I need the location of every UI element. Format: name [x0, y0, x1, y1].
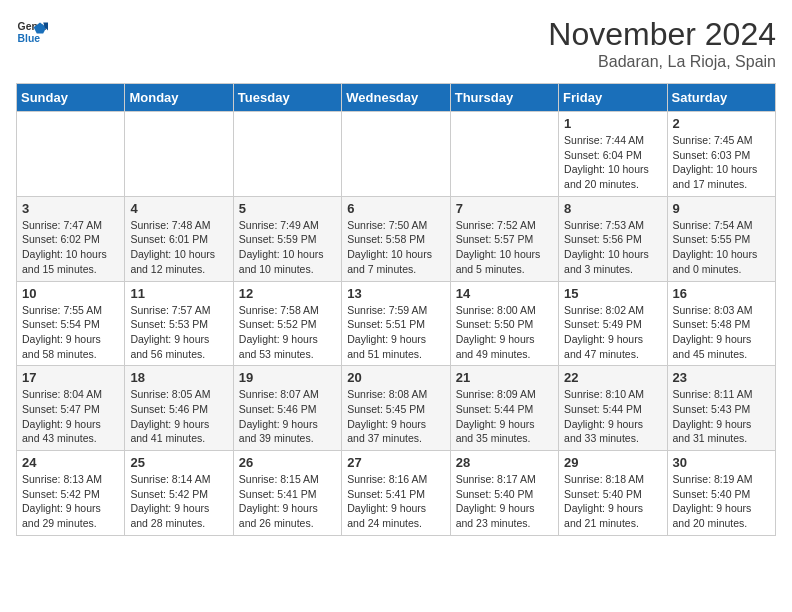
calendar-cell — [342, 112, 450, 197]
calendar-cell: 3Sunrise: 7:47 AM Sunset: 6:02 PM Daylig… — [17, 196, 125, 281]
day-number: 15 — [564, 286, 661, 301]
calendar-cell: 20Sunrise: 8:08 AM Sunset: 5:45 PM Dayli… — [342, 366, 450, 451]
day-info: Sunrise: 7:58 AM Sunset: 5:52 PM Dayligh… — [239, 303, 336, 362]
day-info: Sunrise: 8:00 AM Sunset: 5:50 PM Dayligh… — [456, 303, 553, 362]
calendar-cell: 4Sunrise: 7:48 AM Sunset: 6:01 PM Daylig… — [125, 196, 233, 281]
calendar-cell — [233, 112, 341, 197]
svg-text:Blue: Blue — [18, 33, 41, 44]
calendar-cell: 28Sunrise: 8:17 AM Sunset: 5:40 PM Dayli… — [450, 451, 558, 536]
header-cell-saturday: Saturday — [667, 84, 775, 112]
day-number: 28 — [456, 455, 553, 470]
calendar-cell: 15Sunrise: 8:02 AM Sunset: 5:49 PM Dayli… — [559, 281, 667, 366]
calendar-cell: 11Sunrise: 7:57 AM Sunset: 5:53 PM Dayli… — [125, 281, 233, 366]
calendar-cell: 17Sunrise: 8:04 AM Sunset: 5:47 PM Dayli… — [17, 366, 125, 451]
day-number: 13 — [347, 286, 444, 301]
day-number: 11 — [130, 286, 227, 301]
day-info: Sunrise: 8:17 AM Sunset: 5:40 PM Dayligh… — [456, 472, 553, 531]
day-info: Sunrise: 7:48 AM Sunset: 6:01 PM Dayligh… — [130, 218, 227, 277]
calendar-cell — [125, 112, 233, 197]
calendar-cell: 8Sunrise: 7:53 AM Sunset: 5:56 PM Daylig… — [559, 196, 667, 281]
calendar-cell: 7Sunrise: 7:52 AM Sunset: 5:57 PM Daylig… — [450, 196, 558, 281]
header-cell-thursday: Thursday — [450, 84, 558, 112]
calendar-cell: 2Sunrise: 7:45 AM Sunset: 6:03 PM Daylig… — [667, 112, 775, 197]
calendar-cell — [450, 112, 558, 197]
day-number: 3 — [22, 201, 119, 216]
day-info: Sunrise: 7:57 AM Sunset: 5:53 PM Dayligh… — [130, 303, 227, 362]
day-info: Sunrise: 8:16 AM Sunset: 5:41 PM Dayligh… — [347, 472, 444, 531]
day-number: 20 — [347, 370, 444, 385]
calendar-cell: 27Sunrise: 8:16 AM Sunset: 5:41 PM Dayli… — [342, 451, 450, 536]
day-number: 26 — [239, 455, 336, 470]
calendar-cell: 29Sunrise: 8:18 AM Sunset: 5:40 PM Dayli… — [559, 451, 667, 536]
day-info: Sunrise: 7:59 AM Sunset: 5:51 PM Dayligh… — [347, 303, 444, 362]
day-number: 6 — [347, 201, 444, 216]
day-number: 5 — [239, 201, 336, 216]
calendar-header: SundayMondayTuesdayWednesdayThursdayFrid… — [17, 84, 776, 112]
day-number: 9 — [673, 201, 770, 216]
day-number: 10 — [22, 286, 119, 301]
day-info: Sunrise: 7:47 AM Sunset: 6:02 PM Dayligh… — [22, 218, 119, 277]
header-cell-friday: Friday — [559, 84, 667, 112]
calendar-cell: 13Sunrise: 7:59 AM Sunset: 5:51 PM Dayli… — [342, 281, 450, 366]
header-cell-sunday: Sunday — [17, 84, 125, 112]
day-number: 1 — [564, 116, 661, 131]
header-cell-wednesday: Wednesday — [342, 84, 450, 112]
day-number: 25 — [130, 455, 227, 470]
calendar-cell: 23Sunrise: 8:11 AM Sunset: 5:43 PM Dayli… — [667, 366, 775, 451]
day-info: Sunrise: 8:11 AM Sunset: 5:43 PM Dayligh… — [673, 387, 770, 446]
day-info: Sunrise: 7:55 AM Sunset: 5:54 PM Dayligh… — [22, 303, 119, 362]
day-info: Sunrise: 8:14 AM Sunset: 5:42 PM Dayligh… — [130, 472, 227, 531]
day-number: 24 — [22, 455, 119, 470]
day-number: 14 — [456, 286, 553, 301]
day-info: Sunrise: 8:19 AM Sunset: 5:40 PM Dayligh… — [673, 472, 770, 531]
calendar-cell: 5Sunrise: 7:49 AM Sunset: 5:59 PM Daylig… — [233, 196, 341, 281]
calendar-cell: 30Sunrise: 8:19 AM Sunset: 5:40 PM Dayli… — [667, 451, 775, 536]
day-info: Sunrise: 7:54 AM Sunset: 5:55 PM Dayligh… — [673, 218, 770, 277]
calendar-cell: 25Sunrise: 8:14 AM Sunset: 5:42 PM Dayli… — [125, 451, 233, 536]
day-info: Sunrise: 8:08 AM Sunset: 5:45 PM Dayligh… — [347, 387, 444, 446]
calendar-cell: 19Sunrise: 8:07 AM Sunset: 5:46 PM Dayli… — [233, 366, 341, 451]
day-info: Sunrise: 8:10 AM Sunset: 5:44 PM Dayligh… — [564, 387, 661, 446]
week-row-2: 10Sunrise: 7:55 AM Sunset: 5:54 PM Dayli… — [17, 281, 776, 366]
title-block: November 2024 Badaran, La Rioja, Spain — [548, 16, 776, 71]
week-row-4: 24Sunrise: 8:13 AM Sunset: 5:42 PM Dayli… — [17, 451, 776, 536]
day-info: Sunrise: 8:05 AM Sunset: 5:46 PM Dayligh… — [130, 387, 227, 446]
calendar-cell: 9Sunrise: 7:54 AM Sunset: 5:55 PM Daylig… — [667, 196, 775, 281]
page-header: General Blue November 2024 Badaran, La R… — [16, 16, 776, 71]
month-title: November 2024 — [548, 16, 776, 53]
day-number: 16 — [673, 286, 770, 301]
day-info: Sunrise: 8:09 AM Sunset: 5:44 PM Dayligh… — [456, 387, 553, 446]
header-cell-monday: Monday — [125, 84, 233, 112]
day-number: 22 — [564, 370, 661, 385]
calendar-cell: 22Sunrise: 8:10 AM Sunset: 5:44 PM Dayli… — [559, 366, 667, 451]
header-cell-tuesday: Tuesday — [233, 84, 341, 112]
day-number: 27 — [347, 455, 444, 470]
day-number: 29 — [564, 455, 661, 470]
day-number: 17 — [22, 370, 119, 385]
week-row-0: 1Sunrise: 7:44 AM Sunset: 6:04 PM Daylig… — [17, 112, 776, 197]
calendar-cell: 24Sunrise: 8:13 AM Sunset: 5:42 PM Dayli… — [17, 451, 125, 536]
day-info: Sunrise: 7:44 AM Sunset: 6:04 PM Dayligh… — [564, 133, 661, 192]
calendar-cell: 16Sunrise: 8:03 AM Sunset: 5:48 PM Dayli… — [667, 281, 775, 366]
calendar-cell: 18Sunrise: 8:05 AM Sunset: 5:46 PM Dayli… — [125, 366, 233, 451]
day-number: 18 — [130, 370, 227, 385]
day-info: Sunrise: 8:07 AM Sunset: 5:46 PM Dayligh… — [239, 387, 336, 446]
day-info: Sunrise: 8:03 AM Sunset: 5:48 PM Dayligh… — [673, 303, 770, 362]
week-row-1: 3Sunrise: 7:47 AM Sunset: 6:02 PM Daylig… — [17, 196, 776, 281]
day-info: Sunrise: 8:04 AM Sunset: 5:47 PM Dayligh… — [22, 387, 119, 446]
logo-icon: General Blue — [16, 16, 48, 48]
day-info: Sunrise: 7:52 AM Sunset: 5:57 PM Dayligh… — [456, 218, 553, 277]
calendar-cell: 12Sunrise: 7:58 AM Sunset: 5:52 PM Dayli… — [233, 281, 341, 366]
day-info: Sunrise: 8:13 AM Sunset: 5:42 PM Dayligh… — [22, 472, 119, 531]
day-info: Sunrise: 7:49 AM Sunset: 5:59 PM Dayligh… — [239, 218, 336, 277]
logo: General Blue — [16, 16, 48, 48]
day-number: 8 — [564, 201, 661, 216]
day-number: 21 — [456, 370, 553, 385]
location-title: Badaran, La Rioja, Spain — [548, 53, 776, 71]
calendar-cell: 1Sunrise: 7:44 AM Sunset: 6:04 PM Daylig… — [559, 112, 667, 197]
calendar-table: SundayMondayTuesdayWednesdayThursdayFrid… — [16, 83, 776, 536]
calendar-cell: 10Sunrise: 7:55 AM Sunset: 5:54 PM Dayli… — [17, 281, 125, 366]
calendar-cell: 21Sunrise: 8:09 AM Sunset: 5:44 PM Dayli… — [450, 366, 558, 451]
day-number: 30 — [673, 455, 770, 470]
calendar-cell — [17, 112, 125, 197]
